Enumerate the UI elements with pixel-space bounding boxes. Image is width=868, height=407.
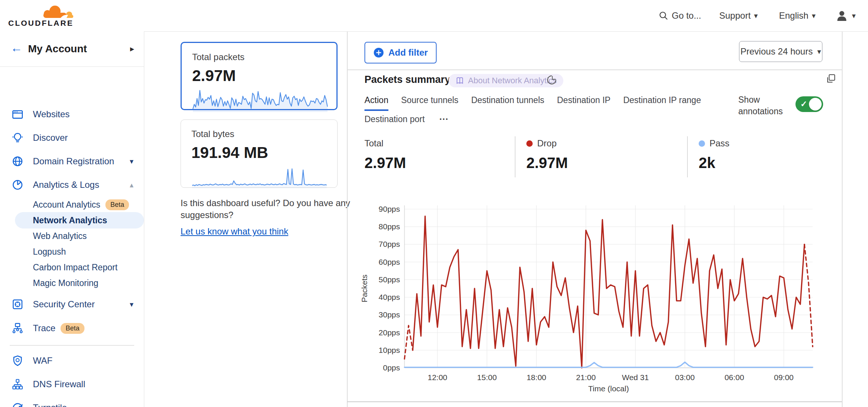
svg-text:06:00: 06:00 xyxy=(724,373,744,382)
support-label: Support xyxy=(719,10,751,21)
book-icon xyxy=(455,76,464,85)
go-to-label: Go to... xyxy=(672,10,701,21)
tab-destination-port[interactable]: Destination port xyxy=(364,114,425,128)
annotation-pie-icon[interactable] xyxy=(547,75,557,85)
sidebar-item-turnstile[interactable]: Turnstile xyxy=(0,398,144,407)
trace-icon xyxy=(11,322,24,335)
drop-series-dot xyxy=(526,140,533,147)
sidebar-subitem-network-analytics[interactable]: Network Analytics xyxy=(15,212,144,229)
svg-text:70pps: 70pps xyxy=(379,240,400,248)
show-annotations-toggle[interactable]: ✓ xyxy=(795,96,823,112)
language-menu[interactable]: English ▾ xyxy=(779,10,816,21)
bytes-sparkline xyxy=(191,167,327,189)
svg-text:Wed 31: Wed 31 xyxy=(622,373,649,382)
svg-text:40pps: 40pps xyxy=(379,293,400,301)
subitem-label: Account Analytics xyxy=(33,200,100,210)
lightbulb-icon xyxy=(11,131,24,144)
sidebar-item-analytics-logs[interactable]: Analytics & Logs ▴ xyxy=(0,175,144,195)
more-tabs-icon[interactable]: ••• xyxy=(440,116,449,127)
stat-value: 2.97M xyxy=(526,155,568,171)
vault-icon xyxy=(11,298,24,311)
card-value: 2.97M xyxy=(192,67,326,85)
sidebar-item-waf[interactable]: WAF xyxy=(0,351,144,370)
sidebar-item-label: Trace xyxy=(33,323,55,333)
sidebar-item-label: Discover xyxy=(33,133,68,143)
summary-tabs: Action Source tunnels Destination tunnel… xyxy=(364,95,701,111)
feedback-link[interactable]: Let us know what you think xyxy=(181,226,288,237)
tab-destination-ip[interactable]: Destination IP xyxy=(557,95,610,111)
cloudflare-cloud-icon xyxy=(37,4,76,20)
tab-source-tunnels[interactable]: Source tunnels xyxy=(401,95,458,111)
show-annotations-label: Show annotations xyxy=(738,94,789,117)
sidebar-item-label: Security Center xyxy=(33,299,95,310)
time-range-dropdown[interactable]: Previous 24 hours ▾ xyxy=(739,41,822,62)
sidebar-item-label: DNS Firewall xyxy=(33,379,85,389)
svg-text:12:00: 12:00 xyxy=(428,373,447,382)
summary-tabs-row2: Destination port ••• xyxy=(364,114,449,128)
back-arrow-icon[interactable]: ← xyxy=(10,41,22,55)
subitem-label: Magic Monitoring xyxy=(33,278,98,288)
stat-divider xyxy=(687,136,688,177)
svg-text:80pps: 80pps xyxy=(379,222,400,231)
sidebar-account-header: ← My Account ▸ xyxy=(0,31,144,67)
sidebar-item-dns-firewall[interactable]: DNS Firewall xyxy=(0,375,144,394)
sidebar: ← My Account ▸ Websites Discover xyxy=(0,31,144,407)
total-bytes-card[interactable]: Total bytes 191.94 MB xyxy=(181,119,338,188)
sidebar-item-domain-registration[interactable]: Domain Registration ▾ xyxy=(0,152,144,171)
sidebar-subitem-account-analytics[interactable]: Account Analytics Beta xyxy=(0,197,144,212)
packets-time-series-chart[interactable]: 0pps10pps20pps30pps40pps50pps60pps70pps8… xyxy=(351,194,830,398)
refresh-check-icon xyxy=(11,401,24,407)
plus-circle-icon xyxy=(373,47,384,58)
sidebar-item-discover[interactable]: Discover xyxy=(0,128,144,147)
sidebar-item-trace[interactable]: Trace Beta xyxy=(0,319,144,338)
time-range-label: Previous 24 hours xyxy=(741,46,813,57)
sidebar-item-security-center[interactable]: Security Center ▾ xyxy=(0,295,144,314)
feedback-question: Is this dashboard useful? Do you have an… xyxy=(181,197,351,221)
sidebar-item-websites[interactable]: Websites xyxy=(0,105,144,124)
tab-destination-ip-range[interactable]: Destination IP range xyxy=(623,95,701,111)
stat-pass: Pass 2k xyxy=(699,138,729,171)
tab-destination-tunnels[interactable]: Destination tunnels xyxy=(471,95,544,111)
sidebar-subitem-logpush[interactable]: Logpush xyxy=(0,244,144,260)
subitem-label: Logpush xyxy=(33,247,66,257)
chevron-right-icon[interactable]: ▸ xyxy=(130,44,134,54)
svg-text:0pps: 0pps xyxy=(383,363,400,372)
top-navbar: CLOUDFLARE Go to... Support ▾ English ▾ … xyxy=(0,0,868,32)
panel-right-border xyxy=(842,31,843,407)
panel-top-border xyxy=(347,69,842,70)
subitem-label: Carbon Impact Report xyxy=(33,262,117,273)
sidebar-subitem-carbon-impact-report[interactable]: Carbon Impact Report xyxy=(0,260,144,275)
browser-icon xyxy=(11,108,24,121)
sidebar-subitem-web-analytics[interactable]: Web Analytics xyxy=(0,228,144,244)
svg-text:10pps: 10pps xyxy=(379,346,400,354)
stat-label: Drop xyxy=(537,138,557,149)
total-packets-card[interactable]: Total packets 2.97M xyxy=(181,42,338,110)
sidebar-item-label: Websites xyxy=(33,109,70,119)
go-to-search[interactable]: Go to... xyxy=(659,10,701,21)
stat-total: Total 2.97M xyxy=(364,138,406,171)
stat-value: 2k xyxy=(699,155,729,171)
packets-sparkline xyxy=(192,88,328,112)
cloudflare-wordmark: CLOUDFLARE xyxy=(8,19,74,28)
card-label: Total bytes xyxy=(191,129,327,139)
add-filter-label: Add filter xyxy=(388,47,428,58)
svg-text:30pps: 30pps xyxy=(379,310,400,319)
pie-chart-icon xyxy=(11,178,24,191)
card-value: 191.94 MB xyxy=(191,144,327,162)
expand-panel-icon[interactable] xyxy=(825,73,837,84)
subitem-label: Web Analytics xyxy=(33,231,87,241)
stat-divider xyxy=(515,136,515,177)
beta-badge: Beta xyxy=(105,199,129,210)
stat-label: Pass xyxy=(710,138,729,149)
add-filter-button[interactable]: Add filter xyxy=(364,42,437,63)
svg-text:50pps: 50pps xyxy=(379,275,400,284)
account-menu[interactable]: ▾ xyxy=(835,9,856,22)
check-icon: ✓ xyxy=(800,99,807,109)
language-label: English xyxy=(779,10,809,21)
cloudflare-logo[interactable]: CLOUDFLARE xyxy=(8,2,76,28)
svg-text:Packets: Packets xyxy=(360,274,369,302)
tab-action[interactable]: Action xyxy=(364,95,388,111)
support-menu[interactable]: Support ▾ xyxy=(719,10,758,21)
sidebar-subitem-magic-monitoring[interactable]: Magic Monitoring xyxy=(0,275,144,291)
panel-bottom-border xyxy=(347,401,842,402)
